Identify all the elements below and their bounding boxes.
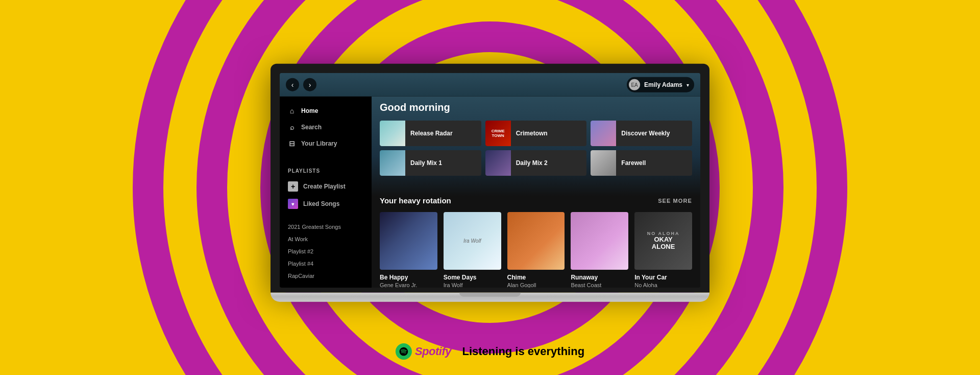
forward-button[interactable]: › xyxy=(303,78,316,91)
liked-songs-item[interactable]: ♥ Liked Songs xyxy=(280,195,372,213)
release-radar-label: Release Radar xyxy=(410,130,453,137)
discover-weekly-label: Discover Weekly xyxy=(621,130,670,137)
liked-songs-icon: ♥ xyxy=(288,199,298,209)
library-icon: ⊟ xyxy=(288,139,296,148)
daily-mix-2-thumb xyxy=(485,150,511,176)
create-playlist-icon: + xyxy=(288,181,298,192)
morning-card-release-radar[interactable]: Release Radar xyxy=(380,121,481,146)
spotify-icon xyxy=(396,343,412,360)
in-your-car-artist: No Aloha xyxy=(634,282,692,287)
spotify-logo: Spotify™ xyxy=(396,343,457,360)
rotation-card-chime[interactable]: Chime Alan Gogoll xyxy=(507,212,565,288)
sidebar-library-label: Your Library xyxy=(301,140,337,147)
spotify-wordmark: Spotify™ xyxy=(415,345,457,358)
gradient-header: Good morning Release Radar xyxy=(372,97,700,196)
list-item[interactable]: RapCaviar xyxy=(280,270,372,282)
sidebar-home-label: Home xyxy=(301,107,318,114)
be-happy-thumb xyxy=(380,212,437,270)
be-happy-artist: Gene Evaro Jr. xyxy=(380,282,437,287)
user-name-label: Emily Adams xyxy=(644,81,682,88)
heavy-rotation-section: Your heavy rotation SEE MORE Be Happy Ge… xyxy=(372,196,700,288)
morning-card-crimetown[interactable]: CRIME TOWN Crimetown xyxy=(485,121,587,146)
some-days-title: Some Days xyxy=(444,273,501,280)
spotify-branding: Spotify™ Listening is everything xyxy=(396,343,584,360)
heavy-rotation-title: Your heavy rotation xyxy=(380,196,451,205)
screen-bezel: ‹ › EA Emily Adams ▾ ⌂ Home xyxy=(271,64,709,293)
morning-card-discover-weekly[interactable]: Discover Weekly xyxy=(591,121,692,146)
farewell-thumb xyxy=(591,150,616,176)
release-radar-thumb xyxy=(380,121,405,146)
runaway-thumb xyxy=(571,212,628,270)
playlists-section-label: PLAYLISTS xyxy=(280,160,372,178)
spotify-tagline: Listening is everything xyxy=(462,345,584,358)
user-menu[interactable]: EA Emily Adams ▾ xyxy=(627,77,694,92)
list-item[interactable]: 2021 Greatest Songs xyxy=(280,221,372,233)
in-your-car-title: In Your Car xyxy=(634,273,692,280)
sidebar: ⌂ Home ⌕ Search ⊟ Your Library PLAYLISTS xyxy=(280,97,372,288)
list-item[interactable]: Playlist #4 xyxy=(280,257,372,270)
avatar: EA xyxy=(629,79,640,90)
daily-mix-2-label: Daily Mix 2 xyxy=(516,159,548,167)
search-icon: ⌕ xyxy=(288,123,296,131)
be-happy-title: Be Happy xyxy=(380,273,437,280)
back-button[interactable]: ‹ xyxy=(286,78,299,91)
create-playlist-item[interactable]: + Create Playlist xyxy=(280,178,372,195)
chime-title: Chime xyxy=(507,273,565,280)
app-screen: ‹ › EA Emily Adams ▾ ⌂ Home xyxy=(280,73,700,288)
section-header: Your heavy rotation SEE MORE xyxy=(380,196,692,205)
discover-weekly-thumb xyxy=(591,121,616,146)
laptop-base xyxy=(271,293,709,302)
morning-cards-grid: Release Radar CRIME TOWN Crimetown xyxy=(380,121,692,176)
daily-mix-1-thumb xyxy=(380,150,405,176)
rotation-card-in-your-car[interactable]: NO ALOHA OKAYALONE In Your Car No Aloha xyxy=(634,212,692,288)
list-item[interactable]: At Work xyxy=(280,233,372,245)
see-more-button[interactable]: SEE MORE xyxy=(658,197,692,203)
crimetown-label: Crimetown xyxy=(516,130,548,137)
morning-card-daily-mix-2[interactable]: Daily Mix 2 xyxy=(485,150,587,176)
chevron-down-icon: ▾ xyxy=(687,82,689,87)
greeting-title: Good morning xyxy=(380,102,692,113)
home-icon: ⌂ xyxy=(288,107,296,115)
sidebar-item-library[interactable]: ⊟ Your Library xyxy=(280,135,372,152)
some-days-thumb: Ira Wolf xyxy=(444,212,501,270)
rotation-card-be-happy[interactable]: Be Happy Gene Evaro Jr. xyxy=(380,212,437,288)
some-days-artist: Ira Wolf xyxy=(444,282,501,287)
in-your-car-thumb: NO ALOHA OKAYALONE xyxy=(634,212,692,270)
daily-mix-1-label: Daily Mix 1 xyxy=(410,159,442,167)
sidebar-item-home[interactable]: ⌂ Home xyxy=(280,103,372,119)
runaway-title: Runaway xyxy=(571,273,628,280)
chime-artist: Alan Gogoll xyxy=(507,282,565,287)
sidebar-item-search[interactable]: ⌕ Search xyxy=(280,119,372,135)
liked-songs-label: Liked Songs xyxy=(303,200,339,207)
chime-thumb xyxy=(507,212,565,270)
rotation-card-some-days[interactable]: Ira Wolf Some Days Ira Wolf xyxy=(444,212,501,288)
nav-buttons: ‹ › xyxy=(286,78,316,91)
laptop-container: ‹ › EA Emily Adams ▾ ⌂ Home xyxy=(271,64,709,302)
crimetown-thumb: CRIME TOWN xyxy=(485,121,511,146)
sidebar-search-label: Search xyxy=(301,124,322,131)
create-playlist-label: Create Playlist xyxy=(303,183,346,190)
morning-card-farewell[interactable]: Farewell xyxy=(591,150,692,176)
list-item[interactable]: Playlist #2 xyxy=(280,245,372,257)
runaway-artist: Beast Coast xyxy=(571,282,628,287)
farewell-label: Farewell xyxy=(621,159,646,167)
rotation-grid: Be Happy Gene Evaro Jr. Ira Wolf Some Da… xyxy=(380,212,692,288)
main-content: Good morning Release Radar xyxy=(372,97,700,288)
app-layout: ⌂ Home ⌕ Search ⊟ Your Library PLAYLISTS xyxy=(280,97,700,288)
morning-card-daily-mix-1[interactable]: Daily Mix 1 xyxy=(380,150,481,176)
rotation-card-runaway[interactable]: Runaway Beast Coast xyxy=(571,212,628,288)
